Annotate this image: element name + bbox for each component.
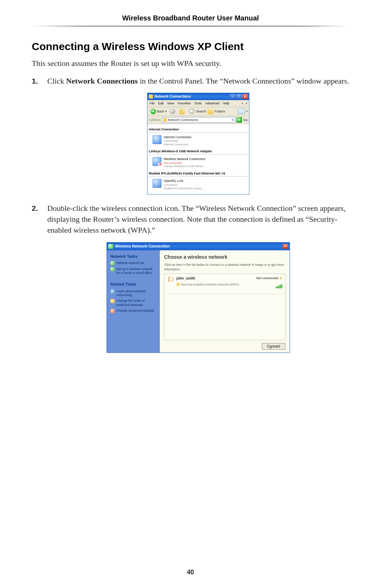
- step2-pre: Double-click the wireless connection ico…: [47, 204, 345, 234]
- wireless-network-connection-window: Wireless Network Connection ✕ Network Ta…: [107, 242, 290, 353]
- sidebar-heading-network-tasks: Network Tasks: [110, 254, 156, 259]
- menu-file[interactable]: File: [150, 101, 155, 106]
- menu-advanced[interactable]: Advanced: [205, 101, 219, 106]
- task-change-order[interactable]: Change the order of preferred networks: [110, 299, 156, 307]
- refresh-icon: [110, 261, 115, 265]
- setup-network-icon: [110, 267, 115, 271]
- nc-item-sub2-2: Realtek RTL8139/810x Family ...: [164, 187, 205, 190]
- nc-group-header-0: Internet Connection: [149, 126, 248, 133]
- nc-item-sub2-0: Internet Connection: [164, 143, 192, 146]
- wnc-titlebar[interactable]: Wireless Network Connection ✕: [107, 243, 290, 250]
- address-dropdown-icon[interactable]: ▾: [232, 118, 234, 122]
- nc-item-internet-connection[interactable]: Internet Connection Connecting Internet …: [149, 133, 248, 148]
- menu-view[interactable]: View: [167, 101, 174, 106]
- network-connections-window: Network Connections – □ ✕ File Edit View…: [147, 93, 249, 195]
- task-setup-wireless-network[interactable]: Set up a wireless network for a home or …: [110, 267, 156, 275]
- intro-paragraph: This section assumes the Router is set u…: [32, 58, 349, 69]
- connect-pre: C: [267, 344, 270, 348]
- back-button[interactable]: ◄ Back ▾: [149, 108, 168, 115]
- network-name: john_smith: [176, 276, 253, 281]
- menu-favorites[interactable]: Favorites: [177, 101, 190, 106]
- nc-item-title-2: OpenRG LAN: [164, 179, 205, 183]
- folders-icon: [207, 109, 213, 114]
- connect-button[interactable]: Connect: [262, 343, 285, 350]
- nc-item-sub1-1: Not connected: [164, 161, 206, 165]
- address-field-value: Network Connections: [168, 118, 198, 122]
- lock-icon: [176, 283, 180, 286]
- step1-pre: Click: [47, 76, 66, 85]
- network-status: Not connected★: [256, 276, 282, 281]
- internet-connection-icon: [152, 135, 162, 144]
- nc-item-sub1-2: Connected: [164, 183, 205, 187]
- wnc-title-text: Wireless Network Connection: [115, 244, 170, 249]
- close-button[interactable]: ✕: [242, 94, 248, 99]
- go-button-label[interactable]: Go: [243, 118, 248, 122]
- address-label: Address: [149, 118, 161, 122]
- nc-toolbar: ◄ Back ▾ · Search Folders: [147, 107, 249, 116]
- nc-menubar: File Edit View Favorites Tools Advanced …: [147, 100, 249, 107]
- wireless-network-list: john_smith Security-enabled wireless net…: [164, 274, 285, 340]
- task-advanced-settings[interactable]: Change advanced settings: [110, 309, 156, 313]
- intro-wpa: WPA: [177, 59, 193, 68]
- menu-tools[interactable]: Tools: [194, 101, 201, 106]
- star-icon: [110, 299, 115, 303]
- nc-item-title-1: Wireless Network Connection: [164, 157, 206, 161]
- page-number: 40: [0, 569, 381, 576]
- step-1: Click Network Connections in the Control…: [32, 76, 349, 195]
- maximize-button[interactable]: □: [236, 94, 242, 99]
- step2-wpa: WPA: [131, 226, 147, 234]
- views-button[interactable]: [238, 109, 245, 114]
- address-field-icon: [163, 118, 167, 122]
- views-dropdown-icon: ▾: [246, 109, 248, 113]
- wnc-close-button[interactable]: ✕: [283, 244, 288, 249]
- menu-edit[interactable]: Edit: [158, 101, 164, 106]
- search-icon: [189, 109, 195, 114]
- task-learn-wireless[interactable]: Learn about wireless networking: [110, 289, 156, 298]
- sidebar-heading-related-tasks: Related Tasks: [110, 282, 156, 287]
- forward-button[interactable]: [170, 109, 175, 114]
- task-setup-label: Set up a wireless network for a home or …: [116, 267, 156, 275]
- up-folder-button[interactable]: [179, 109, 185, 114]
- header-divider: [32, 26, 349, 26]
- nc-content: Internet Connection Internet Connection …: [147, 124, 249, 194]
- network-security-label: Security-enabled wireless network (WPA): [176, 282, 253, 287]
- wireless-antenna-icon: [108, 244, 113, 249]
- address-field[interactable]: Network Connections ▾: [162, 117, 235, 123]
- nc-item-title-0: Internet Connection: [164, 135, 192, 140]
- info-icon: [110, 289, 115, 294]
- task-refresh-network-list[interactable]: Refresh network list: [110, 261, 156, 265]
- task-order-label: Change the order of preferred networks: [116, 299, 156, 307]
- go-button-icon[interactable]: ➜: [236, 117, 242, 123]
- folders-button[interactable]: Folders: [214, 109, 225, 114]
- nc-titlebar[interactable]: Network Connections – □ ✕: [147, 93, 249, 100]
- choose-network-hint: Click an item in the list below to conne…: [164, 263, 285, 271]
- task-advanced-label: Change advanced settings: [116, 309, 154, 313]
- toolbar-sep-1: ·: [177, 109, 178, 114]
- back-arrow-icon: ◄: [150, 109, 156, 114]
- page-header-title: Wireless Broadband Router User Manual: [32, 14, 349, 22]
- nc-group-header-1: Linksys Wireless-G USB Network Adapter: [149, 148, 248, 155]
- task-learn-label: Learn about wireless networking: [116, 289, 156, 298]
- back-dropdown-icon: ▾: [165, 109, 167, 114]
- step1-post: in the Control Panel. The “Network Conne…: [138, 76, 349, 85]
- nc-addressbar: Address Network Connections ▾ ➜ Go: [147, 116, 249, 124]
- intro-pre: This section assumes the Router is set u…: [32, 59, 177, 68]
- nc-title-text: Network Connections: [155, 94, 191, 99]
- back-label: Back: [157, 109, 164, 114]
- nc-item-wireless-connection[interactable]: Wireless Network Connection Not connecte…: [149, 155, 248, 170]
- wireless-connection-icon: [152, 157, 162, 166]
- section-heading: Connecting a Wireless Windows XP Client: [32, 41, 349, 53]
- network-security-text: Security-enabled wireless network (WPA): [181, 283, 239, 286]
- choose-network-heading: Choose a wireless network: [164, 254, 285, 261]
- task-refresh-label: Refresh network list: [116, 261, 144, 265]
- nc-item-openrg-lan[interactable]: OpenRG LAN Connected Realtek RTL8139/810…: [149, 177, 248, 191]
- nc-item-sub2-1: Linksys Wireless-G USB Netwo...: [164, 165, 206, 168]
- step1-bold: Network Connections: [66, 76, 138, 85]
- search-button[interactable]: Search: [196, 109, 206, 114]
- menu-help[interactable]: Help: [223, 101, 229, 106]
- minimize-button[interactable]: –: [230, 94, 235, 99]
- network-item-john-smith[interactable]: john_smith Security-enabled wireless net…: [164, 274, 285, 294]
- wnc-main-panel: Choose a wireless network Click an item …: [160, 250, 290, 353]
- favorite-star-icon: ★: [279, 276, 282, 280]
- nc-item-sub1-0: Connecting: [164, 139, 192, 143]
